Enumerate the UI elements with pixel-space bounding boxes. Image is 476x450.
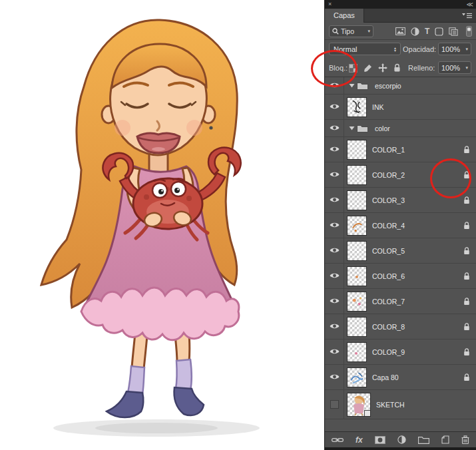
layer-thumbnail[interactable]	[347, 216, 367, 236]
layer-row-color-4[interactable]: COLOR_4	[325, 213, 476, 238]
visibility-toggle-color-9[interactable]	[325, 339, 344, 364]
lock-icon	[463, 322, 470, 331]
adjustment-layer-filter-icon[interactable]	[411, 27, 419, 36]
layer-name[interactable]: SKETCH	[376, 401, 405, 409]
new-adjustment-layer-icon[interactable]	[397, 435, 406, 444]
disclosure-triangle[interactable]	[349, 83, 355, 89]
lock-pixels-brush-icon[interactable]	[363, 64, 372, 73]
visibility-toggle-color-2[interactable]	[325, 162, 344, 187]
layer-thumbnail[interactable]	[347, 266, 367, 286]
layer-row-color-8[interactable]: COLOR_8	[325, 314, 476, 339]
tab-capas[interactable]: Capas	[325, 9, 364, 23]
layer-row-color-1[interactable]: COLOR_1	[325, 137, 476, 162]
delete-layer-trash-icon[interactable]	[461, 435, 469, 444]
fill-value-box[interactable]: 100% ▾	[438, 61, 471, 74]
layer-row-color-7[interactable]: COLOR_7	[325, 289, 476, 314]
eye-icon	[330, 196, 340, 204]
layer-thumbnail[interactable]	[347, 393, 371, 417]
layer-thumbnail[interactable]	[347, 342, 367, 362]
eye-icon	[330, 348, 340, 356]
visibility-toggle-color-3[interactable]	[325, 188, 344, 212]
search-icon	[332, 28, 339, 35]
visibility-toggle-color-5[interactable]	[325, 238, 344, 263]
lock-icon	[463, 145, 470, 154]
layer-row-sketch[interactable]: SKETCH	[325, 390, 476, 419]
visibility-toggle-color-4[interactable]	[325, 213, 344, 238]
visibility-toggle-color-6[interactable]	[325, 264, 344, 288]
layer-row-color-2[interactable]: COLOR_2	[325, 162, 476, 188]
layer-row-color-5[interactable]: COLOR_5	[325, 238, 476, 264]
shape-layer-filter-icon[interactable]	[435, 27, 443, 36]
layer-thumbnail[interactable]	[347, 367, 367, 387]
layer-thumbnail[interactable]	[347, 241, 367, 261]
visibility-toggle-capa-80[interactable]	[325, 365, 344, 389]
pixel-layer-filter-icon[interactable]	[395, 27, 405, 35]
layer-name[interactable]: color	[375, 124, 390, 132]
eye-icon	[330, 124, 340, 132]
lock-transparency-icon[interactable]	[349, 64, 357, 73]
layer-name[interactable]: COLOR_4	[372, 222, 405, 230]
layer-thumbnail[interactable]	[347, 292, 367, 312]
layer-row-color-9[interactable]: COLOR_9	[325, 339, 476, 365]
blend-mode-select[interactable]: Normal ▴▾	[329, 43, 401, 55]
layer-name[interactable]: COLOR_2	[372, 171, 405, 179]
link-layers-icon[interactable]	[332, 437, 344, 443]
filter-icon-group: T	[395, 23, 458, 40]
filter-type-dropdown[interactable]: Tipo ▾	[329, 25, 373, 37]
layer-name[interactable]: COLOR_6	[372, 272, 405, 280]
blend-mode-row: Normal ▴▾ Opacidad: 100% ▾	[325, 40, 476, 59]
new-layer-icon[interactable]	[441, 435, 449, 444]
screenshot-root: × ≪ Capas Tipo ▾	[0, 0, 476, 450]
fill-label: Relleno:	[408, 64, 435, 72]
layer-thumbnail[interactable]	[347, 317, 367, 337]
layer-thumbnail[interactable]	[347, 190, 367, 210]
layer-name[interactable]: COLOR_9	[372, 348, 405, 356]
layer-name[interactable]: Capa 80	[372, 373, 399, 381]
close-icon[interactable]: ×	[328, 0, 332, 9]
smart-object-filter-icon[interactable]	[449, 27, 458, 36]
collapse-panel-icon[interactable]: ≪	[467, 0, 473, 9]
layer-name[interactable]: COLOR_7	[372, 298, 405, 306]
visibility-toggle-color-8[interactable]	[325, 314, 344, 339]
layer-name[interactable]: COLOR_8	[372, 323, 405, 331]
disclosure-triangle[interactable]	[349, 125, 355, 131]
visibility-toggle-sketch[interactable]	[325, 390, 344, 419]
visibility-toggle-escorpio[interactable]	[325, 77, 344, 94]
visibility-toggle-color-1[interactable]	[325, 137, 344, 162]
opacity-value-box[interactable]: 100% ▾	[438, 43, 471, 55]
type-layer-filter-icon[interactable]: T	[425, 27, 429, 35]
lock-icon	[463, 297, 470, 306]
layer-name[interactable]: COLOR_1	[372, 146, 405, 154]
thumbnail-badge-icon	[364, 410, 371, 417]
layer-row-color-3[interactable]: COLOR_3	[325, 188, 476, 213]
add-layer-mask-icon[interactable]	[375, 436, 385, 444]
layer-name[interactable]: INK	[372, 103, 384, 111]
chevron-down-icon: ▾	[367, 29, 370, 34]
visibility-toggle-ink[interactable]	[325, 95, 344, 119]
layer-row-color[interactable]: color	[325, 120, 476, 137]
panel-title-strip: × ≪	[325, 0, 476, 9]
eye-icon	[330, 272, 340, 280]
layer-row-escorpio[interactable]: escorpio	[325, 77, 476, 95]
layer-row-ink[interactable]: INK	[325, 95, 476, 120]
group-folder-icon	[357, 82, 368, 90]
eye-icon	[330, 82, 340, 90]
layers-panel: × ≪ Capas Tipo ▾	[324, 0, 476, 450]
filtering-toggle[interactable]	[466, 26, 472, 37]
eye-icon	[330, 298, 340, 306]
panel-menu-icon[interactable]	[462, 13, 472, 19]
layer-style-fx-icon[interactable]: fx	[356, 435, 363, 445]
layer-thumbnail[interactable]	[347, 165, 367, 185]
layer-row-color-6[interactable]: COLOR_6	[325, 264, 476, 289]
lock-position-move-icon[interactable]	[378, 63, 387, 73]
layer-thumbnail[interactable]	[347, 97, 367, 117]
lock-all-icon[interactable]	[393, 63, 401, 73]
visibility-toggle-color[interactable]	[325, 120, 344, 136]
new-group-folder-icon[interactable]	[418, 436, 429, 444]
layer-name[interactable]: COLOR_5	[372, 247, 405, 255]
layer-name[interactable]: escorpio	[375, 82, 401, 90]
layer-name[interactable]: COLOR_3	[372, 196, 405, 204]
layer-thumbnail[interactable]	[347, 140, 367, 160]
layer-row-capa-80[interactable]: Capa 80	[325, 365, 476, 390]
visibility-toggle-color-7[interactable]	[325, 289, 344, 314]
